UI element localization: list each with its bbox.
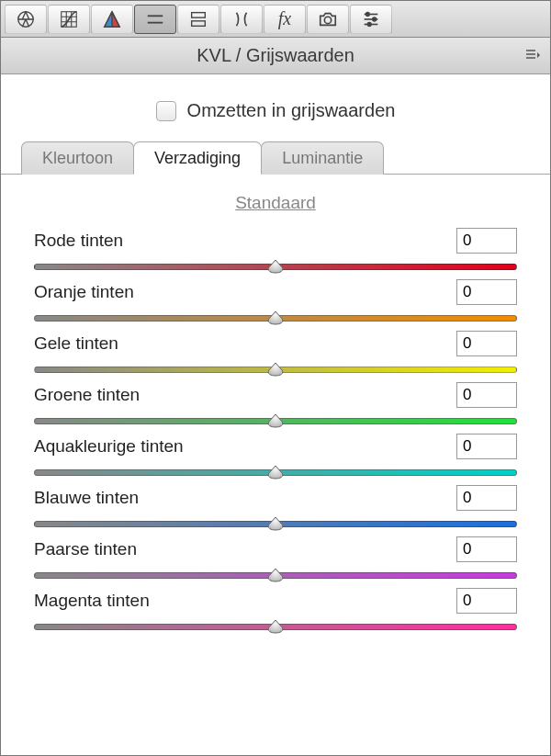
defaults-link[interactable]: Standaard	[235, 193, 316, 212]
svg-point-12	[367, 22, 371, 26]
page-title: KVL / Grijswaarden	[197, 45, 354, 66]
slider-row: Groene tinten	[34, 382, 517, 428]
defaults-row: Standaard	[1, 175, 550, 222]
slider-track[interactable]	[34, 619, 517, 634]
slider-handle[interactable]	[267, 362, 284, 377]
tab-saturation[interactable]: Verzadiging	[133, 141, 262, 175]
svg-point-11	[373, 17, 377, 21]
slider-label: Gele tinten	[34, 333, 118, 354]
panel-title-bar: KVL / Grijswaarden	[1, 38, 550, 74]
panel: fx KVL / Grijswaarden Omzetten in grijsw…	[0, 0, 551, 756]
convert-grayscale-row: Omzetten in grijswaarden	[1, 74, 550, 141]
slider-row: Gele tinten	[34, 331, 517, 377]
split-tone-icon[interactable]	[91, 5, 133, 34]
slider-handle[interactable]	[267, 568, 284, 582]
slider-label: Aquakleurige tinten	[34, 436, 184, 457]
svg-rect-4	[192, 12, 206, 17]
fx-icon[interactable]: fx	[264, 5, 306, 34]
slider-label: Blauwe tinten	[34, 488, 139, 508]
svg-rect-5	[192, 20, 206, 26]
tab-hue[interactable]: Kleurtoon	[21, 141, 134, 175]
slider-value-input[interactable]	[456, 228, 517, 254]
slider-value-input[interactable]	[456, 279, 517, 305]
slider-value-input[interactable]	[456, 588, 517, 614]
aperture-icon[interactable]	[5, 5, 47, 34]
slider-track[interactable]	[34, 516, 517, 531]
slider-value-input[interactable]	[456, 536, 517, 562]
slider-value-input[interactable]	[456, 434, 517, 459]
curves-icon[interactable]	[48, 5, 90, 34]
sliders-icon[interactable]	[350, 5, 392, 34]
slider-value-input[interactable]	[456, 331, 517, 356]
lens-icon[interactable]	[220, 5, 263, 34]
slider-handle[interactable]	[267, 619, 284, 634]
camera-icon[interactable]	[307, 5, 349, 34]
tab-luminance[interactable]: Luminantie	[261, 141, 384, 175]
slider-label: Oranje tinten	[34, 282, 134, 302]
panel-body: Omzetten in grijswaarden Kleurtoon Verza…	[1, 74, 550, 634]
slider-row: Magenta tinten	[34, 588, 517, 634]
slider-track[interactable]	[34, 465, 517, 480]
slider-row: Blauwe tinten	[34, 485, 517, 531]
noise-icon[interactable]	[177, 5, 219, 34]
slider-row: Rode tinten	[34, 228, 517, 274]
slider-handle[interactable]	[267, 310, 284, 325]
slider-track[interactable]	[34, 568, 517, 582]
slider-handle[interactable]	[267, 516, 284, 531]
slider-label: Rode tinten	[34, 231, 123, 251]
slider-track[interactable]	[34, 259, 517, 274]
slider-value-input[interactable]	[456, 382, 517, 408]
slider-label: Magenta tinten	[34, 591, 150, 611]
slider-label: Paarse tinten	[34, 539, 137, 559]
convert-grayscale-label: Omzetten in grijswaarden	[187, 100, 396, 121]
slider-row: Paarse tinten	[34, 536, 517, 582]
slider-handle[interactable]	[267, 465, 284, 480]
panel-menu-icon[interactable]	[524, 47, 541, 63]
slider-track[interactable]	[34, 362, 517, 377]
slider-value-input[interactable]	[456, 485, 517, 511]
toolbar: fx	[1, 1, 550, 38]
slider-handle[interactable]	[267, 413, 284, 428]
slider-row: Aquakleurige tinten	[34, 434, 517, 480]
svg-point-10	[366, 12, 370, 16]
slider-track[interactable]	[34, 413, 517, 428]
slider-handle[interactable]	[267, 259, 284, 274]
slider-label: Groene tinten	[34, 385, 140, 405]
convert-grayscale-checkbox[interactable]	[156, 101, 176, 121]
slider-track[interactable]	[34, 310, 517, 325]
sliders-container: Rode tintenOranje tintenGele tintenGroen…	[1, 222, 550, 634]
slider-row: Oranje tinten	[34, 279, 517, 325]
detail-icon[interactable]	[134, 5, 176, 34]
tabs: Kleurtoon Verzadiging Luminantie	[1, 141, 550, 175]
svg-point-6	[324, 17, 331, 23]
